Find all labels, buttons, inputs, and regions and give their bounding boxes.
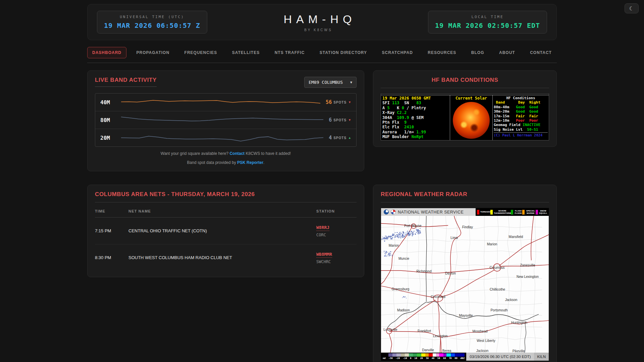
band-sparkline (121, 97, 320, 107)
radar-city-label: Lima (450, 236, 458, 240)
band-spot-count: 56 (326, 99, 332, 105)
legend-label: SEVERE THUNDERSTORM (494, 210, 511, 214)
divider (381, 202, 549, 202)
band-row: 20M 4 SPOTS ▲ (95, 129, 356, 146)
radar-city-label: Columbus (489, 266, 504, 269)
grid-square-value: EM89 COLUMBUS (309, 80, 343, 85)
band-sparkline (121, 133, 323, 143)
radar-warning-legend: TORNADO SEVERE THUNDERSTORM FLASH FLOOD … (476, 208, 549, 216)
radar-city-label: West Liberty (477, 339, 495, 343)
radar-legend-item: SEVERE THUNDERSTORM (490, 210, 511, 215)
divider (95, 202, 357, 202)
divider (381, 88, 549, 88)
radar-city-label: Portsmouth (490, 308, 507, 312)
nws-logo-icon (391, 209, 396, 215)
radar-city-label: Mansfield (509, 235, 523, 239)
nav-item-contact[interactable]: CONTACT (525, 47, 557, 58)
band-spot-unit: SPOTS (333, 118, 346, 122)
nav-item-scratchpad[interactable]: SCRATCHPAD (377, 47, 418, 58)
nets-title: COLUMBUS AREA NETS - THURSDAY, MARCH 19,… (95, 191, 357, 198)
net-name: SOUTH WEST COLUMBUS HAM RADIO CLUB NET (128, 244, 316, 271)
radar-city-label: Findlay (462, 225, 473, 229)
band-sparkline (121, 115, 323, 125)
radar-city-label: Dayton (445, 272, 456, 275)
nets-table: TIME NET NAME STATION 7:15 PM CENTRAL OH… (95, 204, 357, 271)
radar-city-label: Marion (487, 242, 497, 246)
band-trend-icon: ▼ (348, 101, 351, 104)
radar-map: Fort WayneFindlayMansfieldLimaMarionMari… (381, 216, 549, 353)
radar-city-label: Madison (397, 308, 410, 312)
band-row: 40M 56 SPOTS ▼ (95, 94, 356, 111)
net-callsign-link[interactable]: WB8MMR (316, 252, 332, 258)
utc-clock: UNIVERSAL TIME (UTC) 19 MAR 2026 06:50:5… (97, 11, 207, 34)
noaa-logo-icon (384, 209, 389, 215)
nav-item-resources[interactable]: RESOURCES (423, 47, 461, 58)
radar-title: REGIONAL WEATHER RADAR (381, 191, 549, 198)
nav-item-dashboard[interactable]: DASHBOARD (87, 47, 126, 58)
nets-col-time: TIME (95, 204, 128, 218)
radar-city-label: Pikeville (513, 349, 525, 353)
solar-terrestrial-banner[interactable]: 19 Mar 2026 0650 GMTSFI 113 SN 83A 5 K 0… (381, 94, 549, 140)
net-org: CORC (316, 233, 357, 237)
nav-item-about[interactable]: ABOUT (494, 47, 520, 58)
radar-city-label: New Lexington (517, 275, 539, 279)
net-callsign-link[interactable]: W8RRJ (316, 225, 329, 231)
solar-data-column: 19 Mar 2026 0650 GMTSFI 113 SN 83A 5 K 0… (381, 95, 450, 140)
radar-city-label: Frankfort (418, 329, 431, 333)
band-spot-count: 6 (329, 117, 332, 123)
band-activity-title: LIVE BAND ACTIVITY (95, 77, 157, 87)
radar-city-label: Jackson (505, 298, 518, 302)
nets-rows: 7:15 PM CENTRAL OHIO TRAFFIC NET (COTN) … (95, 218, 357, 271)
net-name: CENTRAL OHIO TRAFFIC NET (COTN) (128, 218, 316, 244)
legend-label: SPECIAL MARINE (526, 210, 535, 214)
radar-city-label: Cincinnati (431, 295, 445, 299)
radar-city-label: Marion (389, 244, 399, 247)
net-time: 7:15 PM (95, 218, 128, 244)
theme-toggle-button[interactable]: ☾ (625, 3, 639, 13)
legend-swatch (490, 210, 493, 215)
radar-city-label: Richmond (416, 269, 431, 273)
main-grid: LIVE BAND ACTIVITY EM89 COLUMBUS ▼ 40M 5… (87, 70, 557, 362)
live-band-activity-panel: LIVE BAND ACTIVITY EM89 COLUMBUS ▼ 40M 5… (87, 70, 364, 171)
radar-city-label: Chillicothe (490, 288, 505, 291)
radar-station-id: KILN (534, 353, 549, 361)
band-spot-unit: SPOTS (333, 101, 346, 104)
current-solar-label: Current Solar (450, 96, 492, 101)
nav-item-nts-traffic[interactable]: NTS TRAFFIC (270, 47, 310, 58)
nav-item-station-directory[interactable]: STATION DIRECTORY (315, 47, 372, 58)
reflectivity-scale-labels: nd-30-20-1001020304050607080dBZ (383, 357, 465, 360)
legend-swatch (511, 210, 513, 215)
nav-item-satellites[interactable]: SATELLITES (227, 47, 265, 58)
radar-legend-item: SNOW SQUALL (536, 210, 547, 215)
band-activity-footer: Want your grid square available here? Co… (95, 151, 357, 165)
band-row: 80M 6 SPOTS ▼ (95, 111, 356, 129)
radar-city-label: Fort Wayne (404, 224, 422, 228)
radar-image: NATIONAL WEATHER SERVICE TORNADO SEVERE … (381, 208, 549, 361)
hf-conditions-title: HF BAND CONDITIONS (381, 77, 549, 83)
nav-item-blog[interactable]: BLOG (466, 47, 489, 58)
nav-item-propagation[interactable]: PROPAGATION (131, 47, 175, 58)
radar-city-label: Huntington (511, 321, 527, 324)
contact-link[interactable]: Contact (229, 151, 245, 156)
radar-timestamp: 03/19/2026 06:30 UTC (02:30 EDT) (466, 353, 534, 361)
legend-swatch (477, 210, 479, 215)
radar-city-label: Maysville (459, 314, 473, 317)
weather-radar-panel: REGIONAL WEATHER RADAR NATIONAL WEATHER … (373, 185, 557, 362)
current-solar-column: Current Solar (450, 95, 493, 140)
moon-icon: ☾ (629, 5, 634, 12)
grid-square-select[interactable]: EM89 COLUMBUS ▼ (304, 77, 357, 88)
hf-conditions-column: HF Conditions Band Day Night80m-40m Good… (493, 95, 549, 140)
band-list: 40M 56 SPOTS ▼ 80M 6 SPOTS ▼ (95, 93, 357, 147)
radar-city-label: Danville (422, 348, 434, 352)
radar-city-label: Lexington (433, 334, 447, 338)
radar-city-label: Zanesville (520, 263, 535, 267)
utc-clock-value: 19 MAR 2026 06:50:57 Z (104, 21, 200, 29)
radar-city-label: Berea (442, 349, 451, 353)
psk-reporter-link[interactable]: PSK Reporter (237, 160, 263, 165)
band-label: 80M (100, 117, 116, 123)
radar-legend-item: FLASH FLOOD (511, 210, 522, 215)
hf-band-conditions-panel: HF BAND CONDITIONS 19 Mar 2026 0650 GMTS… (373, 70, 557, 147)
nets-col-station: STATION (316, 204, 357, 218)
legend-label: SNOW SQUALL (539, 210, 547, 214)
nav-item-frequencies[interactable]: FREQUENCIES (179, 47, 222, 58)
